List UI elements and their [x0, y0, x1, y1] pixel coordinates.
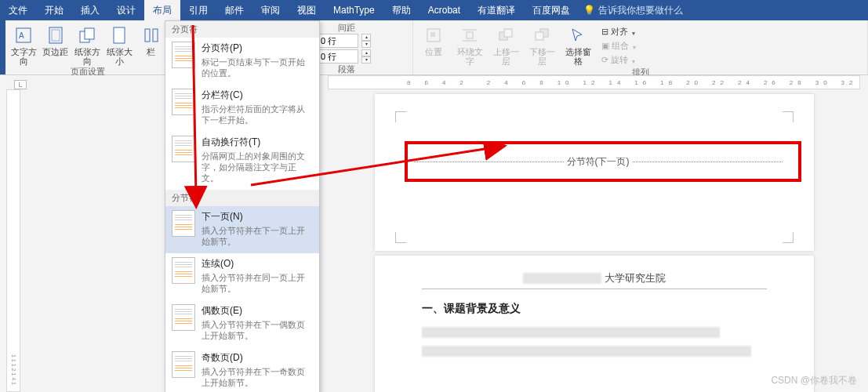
lightbulb-icon: 💡: [583, 5, 595, 16]
svg-rect-6: [114, 27, 125, 43]
watermark: CSDN @你卷我不卷: [771, 374, 857, 387]
page-2[interactable]: 大学研究生院 一、课题背景及意义: [375, 256, 814, 392]
dd-title: 偶数页(E): [202, 304, 313, 318]
dd-item-text-wrap-break[interactable]: 自动换行符(T)分隔网页上的对象周围的文字，如分隔题注文字与正文。: [165, 132, 319, 190]
redacted-body-text: [422, 327, 720, 338]
tab-baidu[interactable]: 百度网盘: [524, 0, 579, 20]
spin-up[interactable]: ▴: [361, 34, 371, 41]
tab-review[interactable]: 审阅: [252, 0, 289, 20]
dd-item-next-page[interactable]: 下一页(N)插入分节符并在下一页上开始新节。: [165, 206, 319, 253]
group-page-setup: A 文字方向 页边距 纸张方向 纸张大小 栏 页面设置: [5, 20, 170, 74]
margin-corner: [783, 111, 794, 122]
tab-mailings[interactable]: 邮件: [216, 0, 252, 20]
svg-rect-11: [467, 32, 473, 38]
bring-forward-button: 上移一层: [490, 22, 521, 66]
orientation-button[interactable]: 纸张方向: [74, 22, 101, 66]
spacing-before-input[interactable]: [318, 34, 358, 48]
tell-me-text: 告诉我你想要做什么: [598, 4, 683, 17]
tab-file[interactable]: 文件: [0, 0, 36, 20]
selection-pane-icon: [567, 25, 589, 45]
send-backward-button: 下移一层: [526, 22, 557, 66]
page-size-icon: [108, 25, 130, 45]
even-page-icon: [172, 304, 195, 331]
rotate-icon: ⟳: [601, 55, 608, 65]
chevron-down-icon: [630, 56, 635, 65]
dd-desc: 插入分节符并在下一偶数页上开始新节。: [202, 319, 313, 341]
dd-item-continuous[interactable]: 连续(O)插入分节符并在同一页上开始新节。: [165, 253, 319, 300]
dropdown-header-page-breaks: 分页符: [165, 21, 319, 38]
dd-title: 分页符(P): [202, 42, 313, 55]
align-button[interactable]: ⊟对齐: [598, 25, 639, 38]
rotate-button: ⟳旋转: [598, 53, 639, 67]
tab-layout[interactable]: 布局: [144, 0, 180, 20]
next-page-icon: [172, 210, 195, 237]
svg-marker-18: [572, 29, 582, 41]
tab-view[interactable]: 视图: [289, 0, 325, 20]
dd-desc: 插入分节符并在下一奇数页上开始新节。: [202, 366, 313, 388]
margins-icon: [45, 25, 67, 45]
section-heading: 一、课题背景及意义: [422, 302, 767, 316]
tab-youdao[interactable]: 有道翻译: [469, 0, 524, 20]
dd-item-page-break[interactable]: 分页符(P)标记一页结束与下一页开始的位置。: [165, 38, 319, 85]
text-direction-icon: A: [13, 25, 35, 45]
tell-me[interactable]: 💡 告诉我你想要做什么: [583, 4, 683, 17]
page-1[interactable]: 分节符(下一页): [375, 94, 814, 251]
dd-item-even-page[interactable]: 偶数页(E)插入分节符并在下一偶数页上开始新节。: [165, 300, 319, 347]
page-header: 大学研究生院: [422, 271, 767, 285]
svg-rect-17: [536, 32, 543, 40]
header-text: 大学研究生院: [605, 271, 666, 285]
tab-help[interactable]: 帮助: [383, 0, 419, 20]
size-button[interactable]: 纸张大小: [106, 22, 133, 66]
spin-down[interactable]: ▾: [361, 56, 371, 64]
columns-button[interactable]: 栏: [137, 22, 165, 56]
svg-rect-15: [504, 29, 512, 37]
document-canvas[interactable]: 8642246810121416182022242628303234363842…: [328, 75, 860, 392]
spin-up[interactable]: ▴: [361, 49, 371, 56]
page-break-icon: [172, 42, 195, 68]
svg-rect-7: [145, 29, 150, 42]
margin-corner: [395, 232, 406, 243]
dd-desc: 插入分节符并在同一页上开始新节。: [202, 272, 313, 294]
breaks-dropdown: 分页符 分页符(P)标记一页结束与下一页开始的位置。 分栏符(C)指示分栏符后面…: [165, 20, 320, 392]
tab-references[interactable]: 引用: [180, 0, 216, 20]
section-break-marker: 分节符(下一页): [414, 155, 783, 169]
document-area: L 1 1 1 2 1 4 1 864224681012141618202224…: [6, 75, 868, 392]
tab-insert[interactable]: 插入: [72, 0, 108, 20]
margin-corner: [395, 111, 406, 122]
tab-home[interactable]: 开始: [36, 0, 72, 20]
margin-corner: [783, 232, 794, 243]
text-direction-button[interactable]: A 文字方向: [10, 22, 38, 66]
dd-title: 自动换行符(T): [202, 136, 313, 149]
svg-rect-10: [430, 32, 435, 37]
group-objects-button: ▣组合: [598, 39, 639, 53]
margins-button[interactable]: 页边距: [42, 22, 70, 56]
position-button: 位置: [418, 22, 449, 56]
dd-desc: 分隔网页上的对象周围的文字，如分隔题注文字与正文。: [202, 151, 313, 183]
column-break-icon: [172, 89, 195, 115]
tab-acrobat[interactable]: Acrobat: [419, 0, 469, 20]
chevron-down-icon: [630, 27, 635, 37]
spacing-after-input[interactable]: [318, 49, 358, 64]
align-icon: ⊟: [601, 27, 608, 37]
dd-title: 分栏符(C): [202, 89, 313, 102]
text-wrap-break-icon: [172, 136, 195, 162]
dd-title: 下一页(N): [202, 210, 313, 223]
dd-item-odd-page[interactable]: 奇数页(D)插入分节符并在下一奇数页上开始新节。: [165, 347, 319, 392]
selection-pane-button[interactable]: 选择窗格: [562, 22, 594, 66]
tab-marker[interactable]: L: [14, 80, 27, 89]
svg-rect-8: [153, 29, 158, 42]
columns-icon: [140, 25, 162, 45]
tab-design[interactable]: 设计: [108, 0, 144, 20]
menu-bar: 文件 开始 插入 设计 布局 引用 邮件 审阅 视图 MathType 帮助 A…: [0, 0, 868, 20]
redacted-body-text: [422, 346, 751, 357]
chevron-down-icon: [631, 42, 636, 51]
tab-mathtype[interactable]: MathType: [325, 0, 383, 20]
dd-title: 连续(O): [202, 257, 313, 270]
odd-page-icon: [172, 351, 195, 378]
ribbon: A 文字方向 页边距 纸张方向 纸张大小 栏 页面设置 ▯: [0, 20, 868, 75]
vertical-ruler[interactable]: 1 1 1 2 1 4 1: [6, 89, 20, 392]
send-backward-icon: [531, 25, 553, 45]
horizontal-ruler[interactable]: 8642246810121416182022242628303234363842…: [328, 75, 860, 89]
dd-item-column-break[interactable]: 分栏符(C)指示分栏符后面的文字将从下一栏开始。: [165, 85, 319, 132]
spin-down[interactable]: ▾: [361, 41, 371, 48]
